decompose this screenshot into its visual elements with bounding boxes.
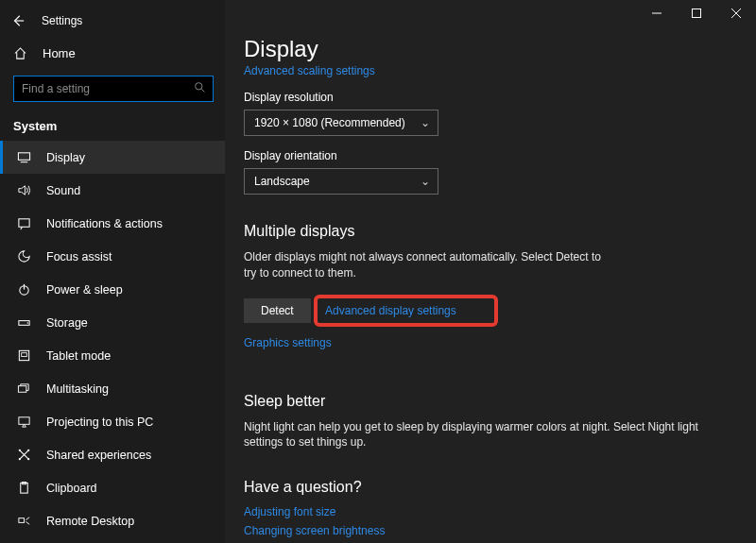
highlight-advanced-display: Advanced display settings [314,295,498,327]
resolution-value: 1920 × 1080 (Recommended) [254,116,405,129]
home-icon [13,46,27,60]
svg-rect-6 [19,350,28,360]
page-title: Display [244,36,737,62]
orientation-label: Display orientation [244,149,737,162]
minimize-button[interactable] [637,0,677,26]
home-label: Home [43,46,76,60]
multiple-displays-body: Older displays might not always connect … [244,249,603,281]
sidebar: Settings Home System Display Sound Notif… [0,0,225,543]
sidebar-item-label: Remote Desktop [46,515,134,528]
help-link-font-size[interactable]: Adjusting font size [244,505,737,518]
search-input[interactable] [13,76,214,102]
notifications-icon [16,216,31,230]
svg-point-13 [27,458,29,460]
sidebar-item-tablet-mode[interactable]: Tablet mode [0,339,225,372]
main-content: Display Advanced scaling settings Displa… [225,0,756,543]
svg-point-5 [26,322,28,324]
advanced-display-link[interactable]: Advanced display settings [325,304,456,317]
sidebar-item-sound[interactable]: Sound [0,174,225,207]
sidebar-item-multitasking[interactable]: Multitasking [0,372,225,405]
sidebar-item-label: Clipboard [46,482,97,495]
clipboard-icon [16,481,31,495]
multitasking-icon [16,382,31,396]
sidebar-item-label: Storage [46,316,88,330]
chevron-down-icon: ⌄ [421,116,430,129]
svg-rect-7 [21,353,26,357]
back-button[interactable] [6,8,30,33]
sidebar-item-label: Tablet mode [46,349,111,363]
shared-icon [16,448,31,462]
svg-rect-2 [18,219,28,227]
remote-desktop-icon [16,514,31,528]
sidebar-item-label: Projecting to this PC [46,416,153,429]
sidebar-item-clipboard[interactable]: Clipboard [0,471,225,504]
orientation-value: Landscape [254,175,310,188]
search-wrap [13,76,214,102]
sidebar-item-power-sleep[interactable]: Power & sleep [0,273,225,306]
app-title: Settings [42,14,82,27]
help-link-brightness[interactable]: Changing screen brightness [244,524,737,537]
sidebar-item-label: Multitasking [46,382,109,396]
sidebar-item-shared-experiences[interactable]: Shared experiences [0,438,225,471]
question-header: Have a question? [244,479,737,496]
svg-rect-8 [18,386,26,393]
svg-rect-17 [693,9,701,18]
back-arrow-icon [11,14,25,27]
svg-point-10 [18,450,20,451]
maximize-button[interactable] [677,0,716,26]
sound-icon [16,183,31,197]
svg-rect-1 [18,153,29,161]
sidebar-item-label: Power & sleep [46,283,123,297]
projecting-icon [16,415,31,429]
close-icon [731,8,741,18]
svg-point-12 [18,458,20,460]
sidebar-group-label: System [0,110,225,141]
sidebar-item-projecting[interactable]: Projecting to this PC [0,405,225,438]
tablet-icon [16,348,31,363]
sidebar-item-focus-assist[interactable]: Focus assist [0,240,225,273]
titlebar-left: Settings [0,6,225,36]
advanced-scaling-link[interactable]: Advanced scaling settings [244,64,375,77]
storage-icon [16,315,31,330]
detect-button[interactable]: Detect [244,298,311,323]
sidebar-item-label: Shared experiences [46,449,151,462]
sleep-better-header: Sleep better [244,393,737,410]
svg-rect-16 [18,518,24,523]
sidebar-item-remote-desktop[interactable]: Remote Desktop [0,504,225,537]
graphics-settings-link[interactable]: Graphics settings [244,336,737,349]
sidebar-item-label: Sound [46,184,80,197]
svg-rect-9 [18,417,28,425]
sidebar-item-display[interactable]: Display [0,141,225,174]
orientation-select[interactable]: Landscape ⌄ [244,168,438,195]
sleep-better-body: Night light can help you get to sleep by… [244,419,735,451]
power-icon [16,282,31,297]
sidebar-item-label: Notifications & actions [46,217,163,230]
resolution-label: Display resolution [244,91,737,104]
focus-assist-icon [16,249,31,263]
resolution-select[interactable]: 1920 × 1080 (Recommended) ⌄ [244,110,438,136]
minimize-icon [652,8,662,18]
display-icon [16,150,31,164]
sidebar-item-label: Display [46,151,85,164]
multiple-displays-header: Multiple displays [244,223,737,240]
sidebar-item-notifications[interactable]: Notifications & actions [0,207,225,240]
chevron-down-icon: ⌄ [421,175,430,188]
close-button[interactable] [716,0,756,26]
maximize-icon [692,8,701,18]
window-controls [637,0,756,26]
sidebar-item-label: Focus assist [46,250,112,263]
home-button[interactable]: Home [0,36,225,70]
sidebar-item-storage[interactable]: Storage [0,306,225,339]
svg-point-11 [27,450,29,451]
